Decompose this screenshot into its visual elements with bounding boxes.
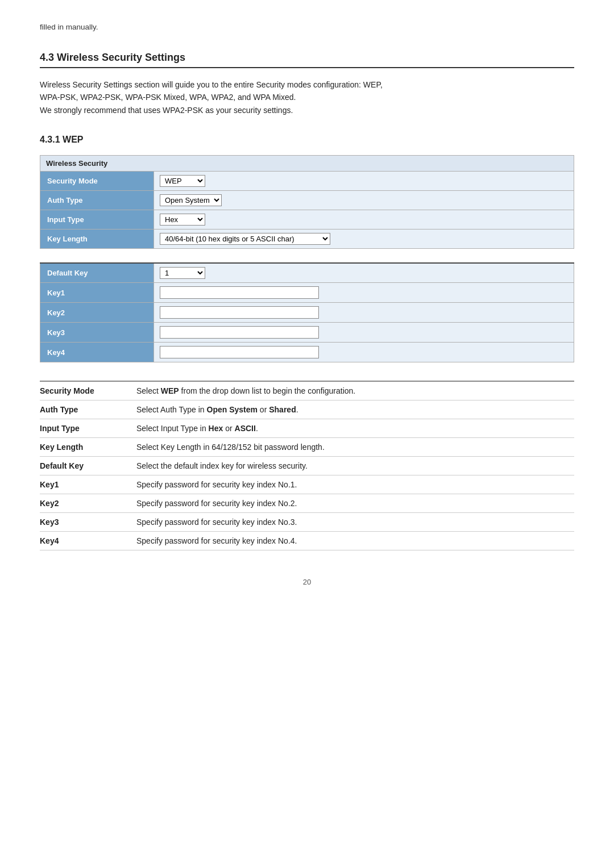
default-key-row: Default Key 1 [40,263,574,283]
section-43-desc-line2: WPA-PSK, WPA2-PSK, WPA-PSK Mixed, WPA, W… [40,93,296,102]
key4-label: Key4 [40,343,154,362]
security-mode-value[interactable]: WEP [154,172,574,191]
default-key-value[interactable]: 1 [154,263,574,283]
desc-key3-label: Key3 [40,513,131,532]
desc-row-key3: Key3 Specify password for security key i… [40,513,574,532]
desc-input-type-label: Input Type [40,419,131,438]
section-431-title: 4.3.1 WEP [40,135,574,145]
keys-form: Default Key 1 Key1 Key2 Key3 [40,262,574,362]
default-key-select[interactable]: 1 [160,267,205,279]
descriptions-table: Security Mode Select WEP from the drop d… [40,381,574,550]
page-number: 20 [40,578,574,586]
security-mode-select[interactable]: WEP [160,175,205,187]
desc-security-mode-value: Select WEP from the drop down list to be… [131,381,574,400]
key2-row: Key2 [40,303,574,323]
key3-label: Key3 [40,323,154,343]
auth-type-select[interactable]: Open System [160,194,222,206]
key-length-value[interactable]: 40/64-bit (10 hex digits or 5 ASCII char… [154,229,574,249]
key3-value[interactable] [154,323,574,343]
desc-key1-label: Key1 [40,475,131,494]
key2-label: Key2 [40,303,154,323]
desc-key1-value: Specify password for security key index … [131,475,574,494]
desc-key4-value: Specify password for security key index … [131,532,574,550]
auth-type-value[interactable]: Open System [154,191,574,210]
key1-label: Key1 [40,283,154,303]
desc-row-security-mode: Security Mode Select WEP from the drop d… [40,381,574,400]
security-mode-row: Security Mode WEP [40,172,574,191]
input-type-label: Input Type [40,210,154,229]
section-43-desc-line3: We strongly recommend that uses WPA2-PSK… [40,106,293,115]
desc-row-auth-type: Auth Type Select Auth Type in Open Syste… [40,400,574,419]
key4-input[interactable] [160,346,319,358]
desc-default-key-label: Default Key [40,457,131,475]
key1-input[interactable] [160,286,319,299]
desc-key2-value: Specify password for security key index … [131,494,574,513]
form-header: Wireless Security [40,156,574,172]
desc-key4-label: Key4 [40,532,131,550]
desc-security-mode-label: Security Mode [40,381,131,400]
intro-text: filled in manually. [40,23,574,31]
desc-key-length-value: Select Key Length in 64/128/152 bit pass… [131,438,574,457]
key4-row: Key4 [40,343,574,362]
section-43-title: 4.3 Wireless Security Settings [40,52,574,68]
security-mode-label: Security Mode [40,172,154,191]
desc-key2-label: Key2 [40,494,131,513]
desc-default-key-value: Select the default index key for wireles… [131,457,574,475]
default-key-label: Default Key [40,263,154,283]
key3-row: Key3 [40,323,574,343]
key1-value[interactable] [154,283,574,303]
wireless-security-form: Wireless Security Security Mode WEP Auth… [40,155,574,249]
desc-row-default-key: Default Key Select the default index key… [40,457,574,475]
desc-key3-value: Specify password for security key index … [131,513,574,532]
desc-row-key2: Key2 Specify password for security key i… [40,494,574,513]
key-length-select[interactable]: 40/64-bit (10 hex digits or 5 ASCII char… [160,233,330,245]
input-type-row: Input Type Hex [40,210,574,229]
key3-input[interactable] [160,326,319,339]
key2-value[interactable] [154,303,574,323]
desc-auth-type-label: Auth Type [40,400,131,419]
desc-row-key-length: Key Length Select Key Length in 64/128/1… [40,438,574,457]
key-length-label: Key Length [40,229,154,249]
desc-key-length-label: Key Length [40,438,131,457]
desc-row-key4: Key4 Specify password for security key i… [40,532,574,550]
input-type-value[interactable]: Hex [154,210,574,229]
desc-input-type-value: Select Input Type in Hex or ASCII. [131,419,574,438]
section-43-desc: Wireless Security Settings section will … [40,78,574,116]
desc-row-key1: Key1 Specify password for security key i… [40,475,574,494]
desc-row-input-type: Input Type Select Input Type in Hex or A… [40,419,574,438]
input-type-select[interactable]: Hex [160,214,205,226]
desc-auth-type-value: Select Auth Type in Open System or Share… [131,400,574,419]
key-length-row: Key Length 40/64-bit (10 hex digits or 5… [40,229,574,249]
key1-row: Key1 [40,283,574,303]
auth-type-row: Auth Type Open System [40,191,574,210]
key4-value[interactable] [154,343,574,362]
key2-input[interactable] [160,306,319,319]
auth-type-label: Auth Type [40,191,154,210]
section-43-desc-line1: Wireless Security Settings section will … [40,80,383,89]
